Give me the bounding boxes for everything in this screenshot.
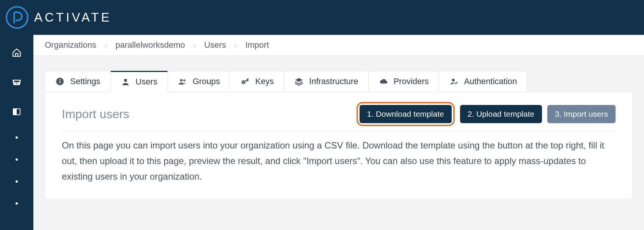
nav-dot[interactable] xyxy=(16,136,18,139)
chevron-right-icon: › xyxy=(193,41,196,50)
breadcrumb-item-org[interactable]: parallelworksdemo xyxy=(115,40,185,50)
breadcrumb: Organizations › parallelworksdemo › User… xyxy=(33,35,644,56)
cloud-icon xyxy=(379,77,388,86)
highlight-ring: 1. Download template xyxy=(357,102,455,126)
download-template-button[interactable]: 1. Download template xyxy=(360,105,452,123)
logo-icon xyxy=(5,6,29,29)
tab-authentication[interactable]: Authentication xyxy=(439,71,527,92)
inbox-icon[interactable] xyxy=(12,77,22,87)
tab-keys[interactable]: Keys xyxy=(230,71,284,92)
svg-point-7 xyxy=(180,79,182,81)
nav-dot[interactable] xyxy=(16,202,18,205)
panel-icon[interactable] xyxy=(12,107,22,117)
tab-label: Settings xyxy=(70,77,101,86)
page-title: Import users xyxy=(62,107,129,121)
breadcrumb-item-users[interactable]: Users xyxy=(204,40,226,50)
tab-groups[interactable]: Groups xyxy=(168,71,230,92)
content-area: Organizations › parallelworksdemo › User… xyxy=(33,35,644,230)
tab-label: Authentication xyxy=(464,77,517,86)
tab-infrastructure[interactable]: Infrastructure xyxy=(284,71,369,92)
tab-label: Users xyxy=(136,77,157,87)
svg-point-8 xyxy=(183,79,185,81)
svg-point-6 xyxy=(124,79,127,82)
user-icon xyxy=(121,77,130,87)
app-header: ACTIVATE xyxy=(0,0,644,35)
svg-point-10 xyxy=(243,81,244,83)
import-users-button[interactable]: 3. Import users xyxy=(547,105,616,123)
chevron-right-icon: › xyxy=(234,41,237,50)
svg-point-0 xyxy=(6,7,28,28)
nav-dot[interactable] xyxy=(16,180,18,183)
upload-template-button[interactable]: 2. Upload template xyxy=(460,105,542,123)
tab-label: Infrastructure xyxy=(309,77,358,86)
key-icon xyxy=(240,77,250,86)
breadcrumb-item-organizations[interactable]: Organizations xyxy=(45,40,96,50)
tab-providers[interactable]: Providers xyxy=(369,71,439,92)
tab-users[interactable]: Users xyxy=(111,71,168,92)
info-icon xyxy=(55,77,65,86)
group-icon xyxy=(177,77,187,86)
tab-label: Groups xyxy=(193,77,220,86)
home-icon[interactable] xyxy=(12,48,22,58)
layers-icon xyxy=(294,77,304,86)
step-buttons: 1. Download template 2. Upload template … xyxy=(357,102,616,126)
side-rail xyxy=(0,35,33,230)
page-description: On this page you can import users into y… xyxy=(62,138,616,184)
tab-bar: Settings Users Groups xyxy=(45,71,633,92)
panel-body: Import users 1. Download template 2. Upl… xyxy=(45,92,633,200)
svg-rect-2 xyxy=(13,109,16,115)
user-check-icon xyxy=(449,77,459,86)
logo[interactable]: ACTIVATE xyxy=(5,6,112,29)
breadcrumb-item-import[interactable]: Import xyxy=(245,40,269,50)
svg-rect-4 xyxy=(60,81,60,83)
tab-settings[interactable]: Settings xyxy=(45,71,111,92)
svg-point-5 xyxy=(60,79,61,80)
nav-dot[interactable] xyxy=(16,158,18,161)
brand-name: ACTIVATE xyxy=(34,10,112,25)
tab-label: Providers xyxy=(394,77,429,86)
tab-label: Keys xyxy=(255,77,274,86)
svg-point-11 xyxy=(452,79,454,81)
chevron-right-icon: › xyxy=(105,41,107,50)
